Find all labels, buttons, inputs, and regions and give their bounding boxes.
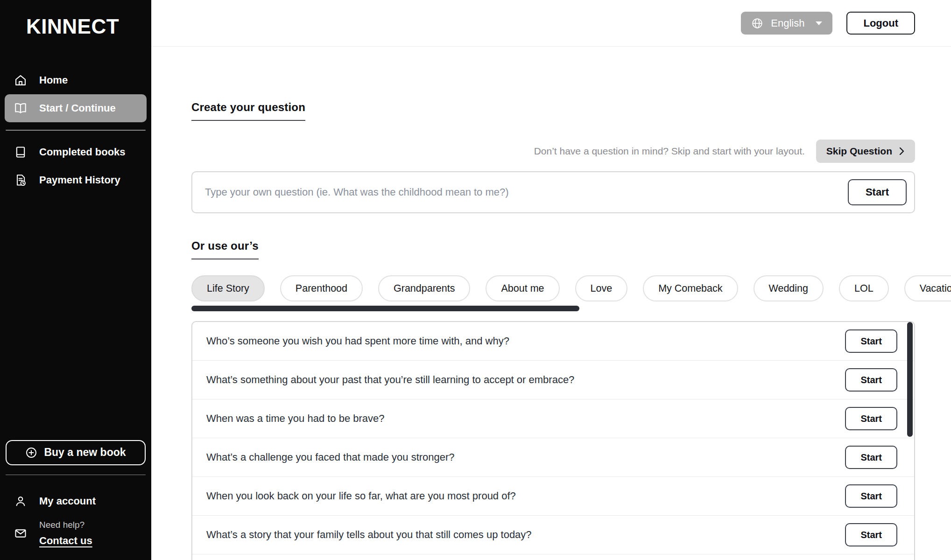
sidebar-item-label: My account (39, 495, 96, 507)
question-start-button[interactable]: Start (845, 368, 897, 392)
category-pills-row: Life Story Parenthood Grandparents About… (191, 275, 951, 302)
category-pill-life-story[interactable]: Life Story (191, 275, 265, 301)
skip-row: Don’t have a question in mind? Skip and … (191, 140, 915, 163)
question-text: When you look back on your life so far, … (206, 490, 516, 502)
category-pill-my-comeback[interactable]: My Comeback (643, 275, 738, 301)
help-block: Need help? Contact us (5, 515, 147, 547)
skip-hint-text: Don’t have a question in mind? Skip and … (534, 146, 805, 157)
question-start-button[interactable]: Start (845, 484, 897, 508)
open-book-icon (14, 102, 27, 115)
category-pill-vacations[interactable]: Vacations (904, 275, 951, 301)
category-pill-lol[interactable]: LOL (839, 275, 889, 301)
question-input[interactable] (205, 186, 848, 198)
sidebar: KINNECT Home Start / Continue (0, 0, 151, 560)
user-icon (14, 495, 27, 508)
question-text: What’s a challenge you faced that made y… (206, 451, 455, 463)
question-input-container: Start (191, 171, 915, 213)
sidebar-item-completed-books[interactable]: Completed books (5, 138, 147, 166)
sidebar-item-label: Start / Continue (39, 102, 116, 114)
category-pill-love[interactable]: Love (575, 275, 628, 301)
buy-new-book-label: Buy a new book (44, 446, 126, 459)
category-pill-grandparents[interactable]: Grandparents (378, 275, 470, 301)
category-pill-parenthood[interactable]: Parenthood (280, 275, 363, 301)
question-row: Who’s someone you wish you had spent mor… (192, 322, 914, 361)
chevron-down-icon (815, 21, 823, 26)
question-row: What’s a story that your family tells ab… (192, 516, 914, 554)
main-content: Create your question Don’t have a questi… (151, 47, 951, 560)
question-row: What’s a challenge you faced that made y… (192, 438, 914, 477)
sidebar-item-label: Payment History (39, 174, 120, 186)
question-row-partial: Start (192, 554, 914, 560)
book-icon (14, 146, 27, 159)
sidebar-divider (6, 130, 146, 131)
buy-new-book-button[interactable]: Buy a new book (6, 440, 146, 465)
suggested-questions-list: Who’s someone you wish you had spent mor… (191, 321, 915, 560)
question-row: When you look back on your life so far, … (192, 477, 914, 516)
chevron-right-icon (899, 147, 905, 156)
home-icon (14, 74, 27, 87)
question-text: What’s a story that your family tells ab… (206, 529, 532, 541)
globe-icon (751, 17, 763, 29)
question-text: When was a time you had to be brave? (206, 413, 385, 425)
category-pill-wedding[interactable]: Wedding (754, 275, 824, 301)
language-dropdown[interactable]: English (741, 12, 832, 35)
language-label: English (771, 17, 804, 29)
question-start-button[interactable]: Start (845, 329, 897, 353)
sidebar-divider (6, 475, 146, 476)
sidebar-item-home[interactable]: Home (5, 66, 147, 94)
input-start-button[interactable]: Start (848, 179, 907, 205)
category-pill-about-me[interactable]: About me (486, 275, 559, 301)
sidebar-spacer (5, 194, 147, 440)
question-row: What’s something about your past that yo… (192, 361, 914, 399)
sidebar-item-payment-history[interactable]: Payment History (5, 166, 147, 194)
logout-button[interactable]: Logout (846, 12, 915, 35)
envelope-icon (14, 527, 27, 540)
question-start-button[interactable]: Start (845, 446, 897, 469)
skip-question-button[interactable]: Skip Question (816, 140, 915, 163)
kinnect-logo: KINNECT (26, 15, 147, 38)
sidebar-item-label: Home (39, 74, 68, 86)
skip-question-label: Skip Question (826, 146, 892, 157)
question-row: When was a time you had to be brave? Sta… (192, 399, 914, 438)
create-question-title: Create your question (191, 101, 305, 121)
questions-vertical-scrollbar[interactable] (907, 322, 913, 437)
use-ours-title: Or use our’s (191, 239, 259, 259)
contact-us-link[interactable]: Contact us (39, 535, 92, 547)
sidebar-nav: Home Start / Continue Completed books (5, 66, 147, 194)
sidebar-item-my-account[interactable]: My account (5, 487, 147, 515)
plus-circle-icon (25, 447, 37, 459)
sidebar-item-label: Completed books (39, 146, 126, 158)
question-start-button[interactable]: Start (845, 523, 897, 546)
need-help-text: Need help? (39, 520, 92, 530)
question-text: What’s something about your past that yo… (206, 374, 574, 386)
pills-horizontal-scrollbar[interactable] (191, 306, 579, 311)
question-text: Who’s someone you wish you had spent mor… (206, 335, 509, 347)
topbar: English Logout (151, 0, 951, 47)
question-start-button[interactable]: Start (845, 407, 897, 430)
payment-history-icon (14, 174, 27, 187)
sidebar-item-start-continue[interactable]: Start / Continue (5, 94, 147, 122)
